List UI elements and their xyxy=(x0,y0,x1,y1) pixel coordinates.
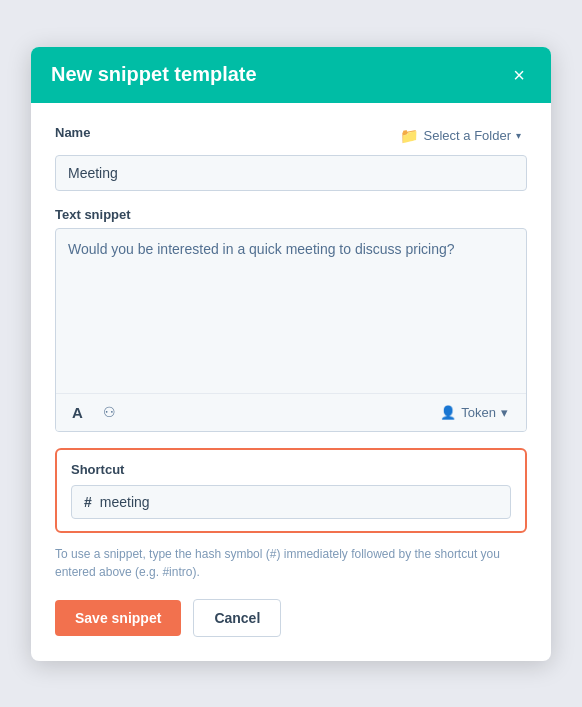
cancel-button[interactable]: Cancel xyxy=(193,599,281,637)
modal-title: New snippet template xyxy=(51,63,257,86)
font-icon: A xyxy=(72,404,83,421)
person-icon: 👤 xyxy=(440,405,456,420)
folder-label: Select a Folder xyxy=(424,128,511,143)
shortcut-input[interactable] xyxy=(100,494,498,510)
token-button[interactable]: 👤 Token ▾ xyxy=(432,401,516,424)
snippet-label: Text snippet xyxy=(55,207,527,222)
modal-footer: Save snippet Cancel xyxy=(55,599,527,637)
close-button[interactable]: × xyxy=(507,63,531,87)
editor-toolbar: A ⚇ 👤 Token ▾ xyxy=(56,393,526,431)
token-chevron-icon: ▾ xyxy=(501,405,508,420)
name-input[interactable] xyxy=(55,155,527,191)
editor-tools-left: A ⚇ xyxy=(66,400,122,425)
name-row: Name 📁 Select a Folder ▾ xyxy=(55,123,527,149)
save-snippet-button[interactable]: Save snippet xyxy=(55,600,181,636)
modal-body: Name 📁 Select a Folder ▾ Text snippet Wo… xyxy=(31,103,551,661)
chevron-down-icon: ▾ xyxy=(516,130,521,141)
shortcut-label: Shortcut xyxy=(71,462,511,477)
snippet-textarea[interactable]: Would you be interested in a quick meeti… xyxy=(56,229,526,389)
shortcut-input-row: # xyxy=(71,485,511,519)
name-field-row xyxy=(55,155,527,191)
name-label: Name xyxy=(55,125,90,140)
snippet-field-row: Text snippet Would you be interested in … xyxy=(55,207,527,432)
hash-symbol: # xyxy=(84,494,92,510)
paperclip-icon: ⚇ xyxy=(103,404,116,420)
snippet-editor: Would you be interested in a quick meeti… xyxy=(55,228,527,432)
helper-text: To use a snippet, type the hash symbol (… xyxy=(55,545,527,581)
shortcut-section: Shortcut # xyxy=(55,448,527,533)
attachment-button[interactable]: ⚇ xyxy=(97,400,122,424)
token-label: Token xyxy=(461,405,496,420)
modal-dialog: New snippet template × Name 📁 Select a F… xyxy=(31,47,551,661)
select-folder-button[interactable]: 📁 Select a Folder ▾ xyxy=(394,123,527,149)
modal-header: New snippet template × xyxy=(31,47,551,103)
font-format-button[interactable]: A xyxy=(66,400,89,425)
folder-icon: 📁 xyxy=(400,127,419,145)
